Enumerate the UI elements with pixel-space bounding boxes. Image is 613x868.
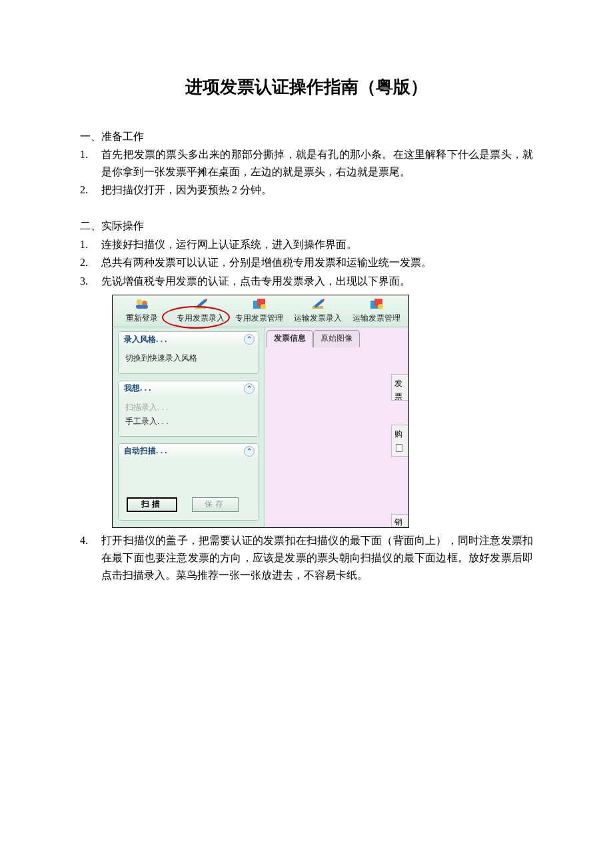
form-label-fragment: 购 [394, 428, 402, 441]
svg-rect-9 [312, 306, 323, 309]
panel-header[interactable]: 自动扫描. . . ⌃ [119, 444, 259, 459]
panel-body: 扫描 保存 [119, 459, 259, 520]
list-item: 1.首先把发票的票头多出来的那部分撕掉，就是有孔的那小条。在这里解释下什么是票头… [80, 146, 533, 180]
list-item-text: 先说增值税专用发票的认证，点击专用发票录入，出现以下界面。 [101, 275, 410, 287]
pen-icon [310, 297, 326, 311]
collapse-icon[interactable]: ⌃ [244, 446, 255, 457]
list-item-text: 首先把发票的票头多出来的那部分撕掉，就是有孔的那小条。在这里解释下什么是票头，就… [101, 149, 533, 177]
toolbar-label: 运输发票录入 [294, 313, 342, 323]
list-item-text: 总共有两种发票可以认证，分别是增值税专用发票和运输业统一发票。 [101, 257, 432, 268]
panel-header[interactable]: 我想. . . ⌃ [119, 381, 259, 396]
content-area: 发票信息 原始图像 发票 购 销 [265, 327, 408, 527]
form-label-fragment: 销 [394, 516, 402, 527]
form-section-invoice: 发票 [391, 374, 408, 401]
pen-icon [193, 297, 209, 311]
form-label-fragment: 发票 [394, 377, 407, 401]
toolbar-label: 专用发票录入 [177, 313, 225, 323]
list-item: 2.总共有两种发票可以认证，分别是增值税专用发票和运输业统一发票。 [80, 254, 533, 271]
transport-invoice-manage-button[interactable]: 运输发票管理 [347, 295, 406, 327]
special-invoice-entry-button[interactable]: 专用发票录入 [171, 295, 230, 327]
list-item-text: 把扫描仪打开，因为要预热 2 分钟。 [101, 184, 272, 195]
tab-original-image[interactable]: 原始图像 [313, 330, 360, 347]
entry-style-panel: 录入风格. . . ⌃ 切换到快速录入风格 [118, 331, 259, 373]
collapse-icon[interactable]: ⌃ [244, 334, 255, 345]
toolbar-label: 重新登录 [126, 313, 158, 323]
form-section-buyer: 购 [391, 425, 408, 457]
list-item: 4.打开扫描仪的盖子，把需要认证的发票扣在扫描仪的最下面（背面向上），同时注意发… [80, 532, 533, 583]
svg-rect-3 [195, 306, 206, 309]
panel-body: 扫描录入. . . 手工录入. . . [119, 396, 259, 436]
section-2-list-top: 1.连接好扫描仪，运行网上认证系统，进入到操作界面。 2.总共有两种发票可以认证… [80, 236, 533, 290]
page-title: 进项发票认证操作指南（粤版） [80, 73, 533, 101]
app-body: 录入风格. . . ⌃ 切换到快速录入风格 我想. . . ⌃ 扫描录入. . … [113, 327, 408, 527]
panel-header[interactable]: 录入风格. . . ⌃ [119, 332, 259, 347]
app-screenshot: 重新登录 专用发票录入 专用发票管理 运输发票录入 运输发票管理 录入风格. .… [112, 295, 409, 528]
toolbar-label: 专用发票管理 [235, 313, 283, 323]
panel-title: 我想. . . [124, 382, 151, 395]
manage-icon [368, 297, 384, 311]
svg-point-0 [137, 299, 142, 305]
svg-rect-2 [136, 305, 148, 309]
switch-to-fast-entry-item[interactable]: 切换到快速录入风格 [125, 352, 252, 365]
toolbar-label: 运输发票管理 [352, 313, 400, 323]
section-1-list: 1.首先把发票的票头多出来的那部分撕掉，就是有孔的那小条。在这里解释下什么是票头… [80, 146, 533, 199]
manual-entry-item[interactable]: 手工录入. . . [125, 415, 252, 428]
list-item-text: 打开扫描仪的盖子，把需要认证的发票扣在扫描仪的最下面（背面向上），同时注意发票扣… [101, 535, 533, 580]
list-item: 2.把扫描仪打开，因为要预热 2 分钟。 [80, 181, 533, 199]
scan-entry-item: 扫描录入. . . [125, 401, 252, 414]
tab-bar: 发票信息 原始图像 [267, 330, 408, 347]
relogin-button[interactable]: 重新登录 [113, 295, 171, 327]
scan-button[interactable]: 扫描 [127, 497, 177, 512]
list-item-text: 连接好扫描仪，运行网上认证系统，进入到操作界面。 [101, 239, 357, 250]
left-sidebar: 录入风格. . . ⌃ 切换到快速录入风格 我想. . . ⌃ 扫描录入. . … [113, 327, 265, 527]
section-2-heading: 二、实际操作 [80, 217, 533, 235]
list-item: 3.先说增值税专用发票的认证，点击专用发票录入，出现以下界面。 [80, 273, 533, 290]
i-want-panel: 我想. . . ⌃ 扫描录入. . . 手工录入. . . [118, 381, 259, 437]
input-field-fragment[interactable] [396, 444, 402, 452]
section-2-list-bottom: 4.打开扫描仪的盖子，把需要认证的发票扣在扫描仪的最下面（背面向上），同时注意发… [80, 532, 533, 583]
section-1-heading: 一、准备工作 [80, 128, 533, 145]
special-invoice-manage-button[interactable]: 专用发票管理 [230, 295, 289, 327]
save-button[interactable]: 保存 [192, 497, 239, 512]
auto-scan-panel: 自动扫描. . . ⌃ 扫描 保存 [118, 443, 259, 521]
form-section-seller: 销 [391, 514, 408, 527]
toolbar: 重新登录 专用发票录入 专用发票管理 运输发票录入 运输发票管理 [113, 295, 408, 327]
people-icon [134, 297, 150, 311]
collapse-icon[interactable]: ⌃ [244, 383, 255, 394]
panel-title: 录入风格. . . [124, 333, 167, 346]
list-item: 1.连接好扫描仪，运行网上认证系统，进入到操作界面。 [80, 236, 533, 253]
panel-title: 自动扫描. . . [124, 445, 167, 457]
svg-point-14 [378, 304, 383, 309]
svg-point-8 [261, 304, 266, 309]
tab-invoice-info[interactable]: 发票信息 [267, 330, 313, 347]
transport-invoice-entry-button[interactable]: 运输发票录入 [289, 295, 347, 327]
panel-body: 切换到快速录入风格 [119, 347, 259, 373]
manage-icon [251, 297, 267, 311]
